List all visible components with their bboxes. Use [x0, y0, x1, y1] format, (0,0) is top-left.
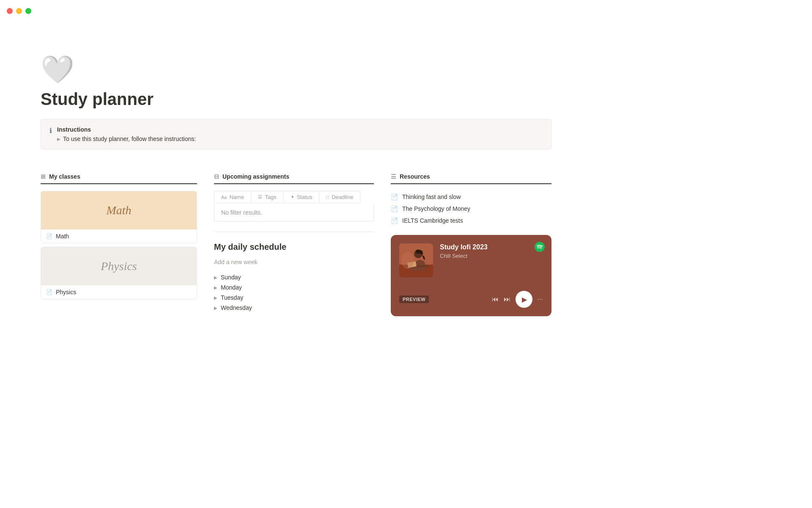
resource-doc-icon-0: 📄 [391, 193, 398, 200]
day-arrow-sunday: ▶ [214, 275, 217, 280]
day-arrow-tuesday: ▶ [214, 295, 217, 300]
db-col-name[interactable]: Aa Name [214, 191, 251, 203]
math-card-italic-label: Math [106, 204, 131, 217]
resource-label-1: The Psychology of Money [402, 205, 470, 212]
my-classes-column: ⊞ My classes Math 📄 Math Physics � [41, 173, 197, 303]
callout-title: Instructions [57, 126, 543, 133]
page-header: 🤍 Study planner ℹ Instructions ▶ To use … [41, 22, 551, 173]
db-deadline-icon: □ [326, 195, 329, 200]
spotify-buttons: ⏮ ⏭ ▶ ··· [492, 291, 543, 308]
physics-card[interactable]: Physics 📄 Physics [41, 247, 197, 299]
my-classes-header-icon: ⊞ [41, 173, 46, 180]
resource-item-1[interactable]: 📄 The Psychology of Money [391, 203, 551, 215]
spotify-prev-button[interactable]: ⏮ [492, 295, 499, 303]
svg-point-6 [401, 252, 414, 269]
db-toolbar: Aa Name ☰ Tags ✦ Status □ Deadline [214, 191, 374, 203]
no-results-text: No filter results. [214, 204, 374, 221]
resources-header-label: Resources [400, 173, 430, 180]
day-arrow-wednesday: ▶ [214, 306, 217, 310]
divider [214, 232, 374, 232]
day-wednesday[interactable]: ▶ Wednesday [214, 303, 374, 313]
resources-header: ☰ Resources [391, 173, 551, 184]
traffic-light-green[interactable] [25, 8, 31, 14]
db-name-label: Name [229, 194, 244, 200]
math-card[interactable]: Math 📄 Math [41, 191, 197, 243]
math-card-footer: 📄 Math [41, 229, 197, 243]
physics-doc-icon: 📄 [46, 289, 52, 295]
day-monday-label: Monday [221, 284, 242, 291]
db-col-status[interactable]: ✦ Status [283, 191, 319, 203]
titlebar [0, 0, 812, 22]
assignments-header-icon: ⊟ [214, 173, 219, 180]
spotify-next-button[interactable]: ⏭ [504, 295, 510, 303]
callout-toggle-text: To use this study planner, follow these … [63, 135, 196, 142]
spotify-widget: Study lofi 2023 Chill Select PREVIEW ⏮ ⏭… [391, 235, 551, 316]
spotify-more-button[interactable]: ··· [538, 295, 543, 303]
add-week-button[interactable]: Add a new week [214, 257, 374, 267]
page-title: Study planner [41, 90, 551, 109]
db-tags-label: Tags [265, 194, 276, 200]
db-deadline-label: Deadline [332, 194, 353, 200]
day-wednesday-label: Wednesday [221, 304, 252, 311]
spotify-preview-badge: PREVIEW [399, 295, 429, 303]
resource-doc-icon-1: 📄 [391, 205, 398, 212]
callout-content: Instructions ▶ To use this study planner… [57, 126, 543, 142]
resources-column: ☰ Resources 📄 Thinking fast and slow 📄 T… [391, 173, 551, 316]
callout-instructions: ℹ Instructions ▶ To use this study plann… [41, 119, 551, 149]
day-sunday-label: Sunday [221, 274, 241, 281]
my-classes-header-label: My classes [49, 173, 80, 180]
db-tags-icon: ☰ [258, 194, 262, 200]
spotify-album-art [399, 243, 433, 277]
spotify-top: Study lofi 2023 Chill Select [399, 243, 543, 277]
assignments-column: ⊟ Upcoming assignments Aa Name ☰ Tags ✦ … [214, 173, 374, 313]
spotify-play-icon: ▶ [522, 295, 527, 304]
resource-label-0: Thinking fast and slow [402, 193, 461, 200]
spotify-logo [535, 242, 545, 253]
resource-item-2[interactable]: 📄 IELTS Cambridge tests [391, 215, 551, 226]
physics-card-footer: 📄 Physics [41, 285, 197, 299]
resource-doc-icon-2: 📄 [391, 217, 398, 224]
assignments-header: ⊟ Upcoming assignments [214, 173, 374, 184]
physics-card-italic-label: Physics [101, 260, 137, 273]
spotify-track-subtitle: Chill Select [440, 253, 543, 259]
day-tuesday-label: Tuesday [221, 294, 243, 301]
info-icon: ℹ [49, 127, 52, 135]
main-content: 🤍 Study planner ℹ Instructions ▶ To use … [0, 22, 592, 316]
my-classes-header: ⊞ My classes [41, 173, 197, 184]
spotify-info: Study lofi 2023 Chill Select [440, 243, 543, 259]
schedule-title: My daily schedule [214, 242, 374, 252]
columns-grid: ⊞ My classes Math 📄 Math Physics � [41, 173, 551, 316]
db-col-tags[interactable]: ☰ Tags [251, 191, 283, 203]
math-card-name: Math [56, 233, 69, 240]
db-status-label: Status [297, 194, 313, 200]
spotify-controls: PREVIEW ⏮ ⏭ ▶ ··· [399, 291, 543, 308]
toggle-arrow-icon: ▶ [57, 137, 60, 141]
physics-card-image: Physics [41, 247, 197, 285]
callout-toggle[interactable]: ▶ To use this study planner, follow thes… [57, 135, 543, 142]
resource-label-2: IELTS Cambridge tests [402, 217, 463, 224]
traffic-light-red[interactable] [7, 8, 13, 14]
resources-header-icon: ☰ [391, 173, 396, 180]
page-icon: 🤍 [41, 56, 551, 83]
physics-card-name: Physics [56, 289, 76, 295]
db-col-deadline[interactable]: □ Deadline [319, 191, 360, 203]
day-tuesday[interactable]: ▶ Tuesday [214, 293, 374, 303]
math-doc-icon: 📄 [46, 233, 52, 239]
spotify-play-button[interactable]: ▶ [516, 291, 532, 308]
spotify-track-title: Study lofi 2023 [440, 243, 543, 251]
math-card-image: Math [41, 191, 197, 229]
day-sunday[interactable]: ▶ Sunday [214, 272, 374, 282]
traffic-light-yellow[interactable] [16, 8, 22, 14]
assignments-header-label: Upcoming assignments [222, 173, 289, 180]
db-name-icon: Aa [221, 195, 227, 200]
db-status-icon: ✦ [291, 194, 294, 200]
resource-item-0[interactable]: 📄 Thinking fast and slow [391, 191, 551, 203]
day-arrow-monday: ▶ [214, 285, 217, 290]
day-monday[interactable]: ▶ Monday [214, 282, 374, 293]
